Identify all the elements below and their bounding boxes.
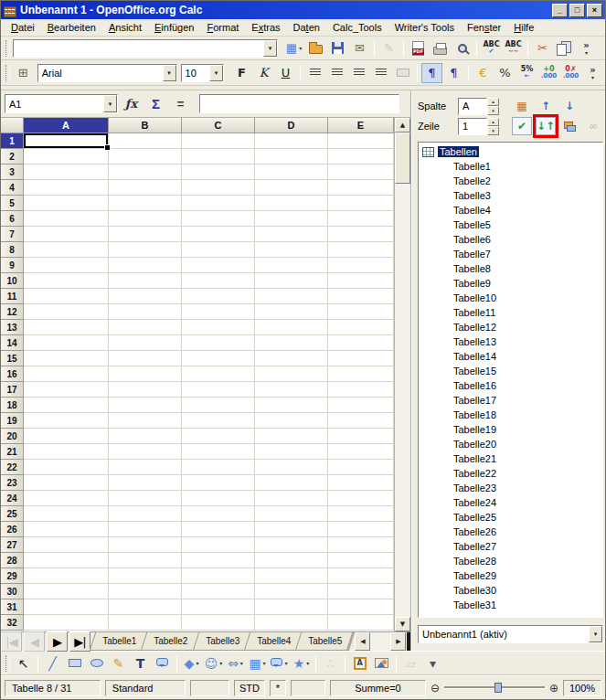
- row-header-15[interactable]: 15: [1, 351, 24, 366]
- contents-button[interactable]: ✔: [512, 117, 532, 135]
- align-center-button[interactable]: [326, 63, 347, 83]
- function-wizard-button[interactable]: ƒx: [120, 94, 143, 114]
- grid-cell-c16[interactable]: [182, 366, 255, 382]
- grid-cell-e21[interactable]: [328, 444, 394, 460]
- grid-cell-a7[interactable]: [24, 227, 109, 242]
- grid-cell-a24[interactable]: [24, 491, 109, 506]
- add-decimal-button[interactable]: +0.000: [538, 63, 559, 83]
- toolbar-overflow-button[interactable]: »▾: [582, 63, 603, 83]
- number-format-currency-button[interactable]: €: [473, 63, 494, 83]
- menu-item-daten[interactable]: Daten: [287, 20, 326, 35]
- grid-cell-b21[interactable]: [109, 444, 182, 460]
- grid-cell-a28[interactable]: [24, 553, 109, 568]
- scroll-up-icon[interactable]: ▲: [395, 118, 410, 133]
- delete-decimal-button[interactable]: 0✗.000: [560, 63, 581, 83]
- grid-cell-a17[interactable]: [24, 382, 109, 398]
- pdf-export-button[interactable]: PDF: [408, 38, 429, 58]
- row-header-19[interactable]: 19: [1, 413, 24, 429]
- grid-cell-e1[interactable]: [328, 133, 394, 149]
- spin-down-icon[interactable]: ▾: [487, 126, 499, 135]
- grid-cell-c30[interactable]: [182, 584, 255, 599]
- grid-cell-a29[interactable]: [24, 568, 109, 584]
- column-header-d[interactable]: D: [255, 118, 328, 133]
- grid-cell-d26[interactable]: [255, 522, 328, 537]
- grid-cell-b26[interactable]: [109, 522, 182, 537]
- stars-button[interactable]: ★▾: [291, 653, 312, 673]
- page-preview-button[interactable]: [452, 38, 473, 58]
- row-spinner[interactable]: 1 ▴ ▾: [458, 118, 499, 135]
- grid-cell-d1[interactable]: [255, 133, 328, 149]
- grid-cell-d15[interactable]: [255, 351, 328, 366]
- grid-cell-b13[interactable]: [109, 320, 182, 335]
- left-to-right-button[interactable]: ¶: [421, 63, 442, 83]
- menu-item-fenster[interactable]: Fenster: [461, 20, 507, 35]
- flowchart-button[interactable]: ▦▾: [247, 653, 268, 673]
- zoom-level[interactable]: 100%: [563, 680, 601, 696]
- grid-cell-b22[interactable]: [109, 460, 182, 475]
- row-header-14[interactable]: 14: [1, 335, 24, 351]
- grid-cell-a10[interactable]: [24, 273, 109, 289]
- grid-cell-c18[interactable]: [182, 398, 255, 413]
- zoom-slider-track[interactable]: [444, 686, 545, 689]
- row-header-17[interactable]: 17: [1, 382, 24, 398]
- dropdown-arrow-icon[interactable]: ▾: [263, 40, 277, 57]
- grid-cell-a32[interactable]: [24, 615, 109, 631]
- grid-cell-b24[interactable]: [109, 491, 182, 506]
- menu-item-bearbeiten[interactable]: Bearbeiten: [41, 20, 102, 35]
- autospellcheck-button[interactable]: ABC~~: [503, 38, 524, 58]
- grid-cell-e22[interactable]: [328, 460, 394, 475]
- grid-cell-d21[interactable]: [255, 444, 328, 460]
- grid-cell-e3[interactable]: [328, 164, 394, 180]
- grid-cell-c1[interactable]: [182, 133, 255, 149]
- new-spreadsheet-button[interactable]: ▦▾: [283, 38, 304, 58]
- grid-cell-a30[interactable]: [24, 584, 109, 599]
- next-sheet-button[interactable]: ▶: [47, 631, 68, 652]
- underline-button[interactable]: U: [275, 63, 296, 83]
- save-button[interactable]: [327, 38, 348, 58]
- copy-button[interactable]: [554, 38, 575, 58]
- navigator-sheet-tabelle30[interactable]: Tabelle30: [419, 583, 602, 598]
- callouts-button[interactable]: ▾: [269, 653, 290, 673]
- grid-corner[interactable]: [1, 118, 24, 133]
- grid-cell-c6[interactable]: [182, 211, 255, 227]
- freeform-line-button[interactable]: ✎: [108, 653, 129, 673]
- grid-cell-d9[interactable]: [255, 258, 328, 273]
- grid-cell-a18[interactable]: [24, 398, 109, 413]
- column-spinner[interactable]: A ▴ ▾: [458, 98, 499, 115]
- grid-cell-e9[interactable]: [328, 258, 394, 273]
- align-right-button[interactable]: [348, 63, 369, 83]
- grid-cell-b25[interactable]: [109, 506, 182, 522]
- row-header-29[interactable]: 29: [1, 568, 24, 584]
- horizontal-scrollbar-track[interactable]: [370, 632, 390, 651]
- grid-cell-d19[interactable]: [255, 413, 328, 429]
- number-format-standard-button[interactable]: 5%←: [516, 63, 537, 83]
- row-header-32[interactable]: 32: [1, 615, 24, 631]
- grid-cell-b30[interactable]: [109, 584, 182, 599]
- column-header-b[interactable]: B: [109, 118, 182, 133]
- row-header-6[interactable]: 6: [1, 211, 24, 227]
- grid-cell-b10[interactable]: [109, 273, 182, 289]
- dropdown-arrow-icon[interactable]: ▾: [209, 65, 223, 81]
- navigator-sheet-tabelle15[interactable]: Tabelle15: [419, 364, 602, 378]
- grid-cell-d7[interactable]: [255, 227, 328, 242]
- grid-cell-c7[interactable]: [182, 227, 255, 242]
- grid-cell-b18[interactable]: [109, 398, 182, 413]
- grid-cell-d14[interactable]: [255, 335, 328, 351]
- grid-cell-b23[interactable]: [109, 475, 182, 491]
- end-button[interactable]: ↓: [559, 97, 579, 115]
- row-header-28[interactable]: 28: [1, 553, 24, 568]
- grid-cell-e5[interactable]: [328, 196, 394, 211]
- spin-down-icon[interactable]: ▾: [487, 106, 499, 115]
- callout-button[interactable]: [152, 653, 173, 673]
- grid-cell-b14[interactable]: [109, 335, 182, 351]
- dropdown-arrow-icon[interactable]: ▾: [240, 660, 243, 666]
- grid-cell-b20[interactable]: [109, 429, 182, 444]
- grid-cell-d29[interactable]: [255, 568, 328, 584]
- grid-cell-c28[interactable]: [182, 553, 255, 568]
- zoom-slider-thumb[interactable]: [494, 683, 502, 693]
- grid-cell-c12[interactable]: [182, 304, 255, 320]
- row-header-24[interactable]: 24: [1, 491, 24, 506]
- menu-item-calc-tools[interactable]: Calc_Tools: [326, 20, 388, 35]
- navigator-sheet-tabelle11[interactable]: Tabelle11: [419, 305, 602, 320]
- grid-cell-d23[interactable]: [255, 475, 328, 491]
